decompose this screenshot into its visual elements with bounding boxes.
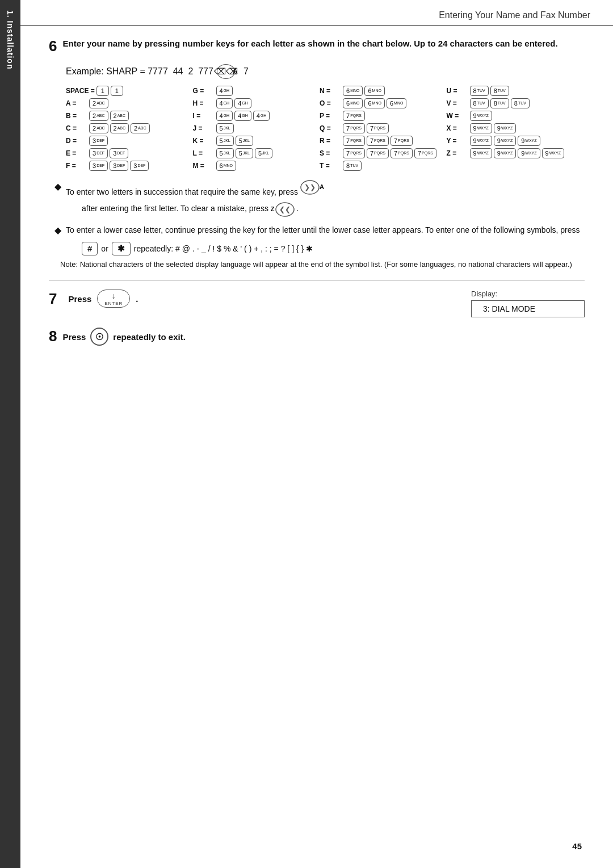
key-btn: 9WXYZ [518,148,540,158]
char-row: V = 8TUV 8TUV 8TUV [447,98,568,108]
key-btn: 8TUV [490,86,509,96]
key-btn: 3DEF [130,161,149,171]
char-label: H = [193,99,215,107]
divider [49,280,585,280]
char-row: I = 4GH 4GH 4GH [193,111,314,121]
char-label: X = [447,124,468,132]
char-label: G = [193,87,215,95]
note-text: Note: National characters of the selecte… [60,260,572,269]
char-row [447,161,568,171]
svg-text:❮❮: ❮❮ [279,206,291,213]
key-btn: 8TUV [343,161,362,171]
enter-btn-arrow: ↓ [112,291,116,300]
char-row: L = 5JKL 5JKL 5JKL [193,148,314,158]
char-label: I = [193,112,215,120]
key-btn: 4GH [253,111,270,121]
page-number: 45 [572,841,582,851]
arrow-letter: A [233,68,238,76]
step8-number: 8 [49,328,57,345]
key-btn: 7PQRS [343,123,365,133]
char-row: W = 9WXYZ [447,111,568,121]
key-btn: 9WXYZ [494,148,516,158]
key-btn: 5JKL [236,148,253,158]
char-row: Y = 9WXYZ 9WXYZ 9WXYZ [447,136,568,146]
key-btn: 7PQRS [367,148,389,158]
key-btn: 7PQRS [414,148,436,158]
step8-content: Press ☉ repeatedly to exit. [62,328,185,346]
key-btn: 9WXYZ [542,148,564,158]
key-btn: 8TUV [470,98,489,108]
key-btn: 7PQRS [343,111,365,121]
char-row: D = 3DEF [66,136,187,146]
char-label: R = [320,137,341,145]
char-label: O = [320,99,341,107]
key-btn: 7PQRS [391,148,413,158]
char-label: K = [193,137,215,145]
key-btn: 9WXYZ [470,148,492,158]
key-btn: 6MNO [364,86,384,96]
char-row: T = 8TUV [320,161,441,171]
enter-btn-label: ENTER [104,301,123,306]
step7-number: 7 [49,290,57,308]
char-row: S = 7PQRS 7PQRS 7PQRS 7PQRS [320,148,441,158]
char-label: D = [66,137,87,145]
forward-arrow-inline[interactable]: ❯❯ A [300,180,324,195]
step6-number: 6 [49,37,57,55]
char-label: Z = [447,149,468,157]
char-label: V = [447,99,468,107]
key-btn: 3DEF [89,161,108,171]
key-btn: 7PQRS [343,148,365,158]
key-btn: 7PQRS [367,136,389,146]
step6-block: 6 Enter your name by pressing number key… [49,37,585,55]
step7-right: Display: 3: DIAL MODE [471,290,585,317]
enter-button[interactable]: ↓ ENTER [97,290,130,308]
hash-key-btn[interactable]: # [82,242,98,256]
svg-text:❯❯: ❯❯ [304,183,316,191]
key-btn: 5JKL [236,136,253,146]
key-btn: 4GH [216,111,233,121]
key-btn: 2ABC [89,98,108,108]
back-arrow-group[interactable]: Z ❮❮ [271,202,295,217]
step8-press: Press [62,332,86,342]
char-label: J = [193,124,215,132]
step7-press-label: Press [68,294,91,304]
bullet2-diamond: ◆ [54,225,61,236]
char-row: R = 7PQRS 7PQRS 7PQRS [320,136,441,146]
char-row: H = 4GH 4GH [193,98,314,108]
char-label: B = [66,112,87,120]
key-btn: 3DEF [89,136,108,146]
key-btn: 4GH [216,98,233,108]
example-line: Example: SHARP = 7777 44 2 777 ⌫⌫ A 7 [66,64,585,79]
key-btn: 9WXYZ [494,136,516,146]
char-row: J = 5JKL [193,123,314,133]
key-btn: 1 [96,86,109,96]
char-row: E = 3DEF 3DEF [66,148,187,158]
char-label: U = [447,87,468,95]
char-row: G = 4GH [193,86,314,96]
key-btn: 2ABC [89,123,108,133]
step8-block: 8 Press ☉ repeatedly to exit. [49,328,585,346]
char-table: SPACE = 1 1 G = 4GH N = 6MNO 6MNO U = 8T… [66,86,568,171]
key-btn: 2ABC [110,123,129,133]
star-key-btn[interactable]: ✱ [112,242,131,256]
main-content: Entering Your Name and Fax Number 6 Ente… [20,0,613,868]
char-label: S = [320,149,341,157]
char-row: Z = 9WXYZ 9WXYZ 9WXYZ 9WXYZ [447,148,568,158]
circle-button[interactable]: ☉ [90,328,108,346]
note-block: Note: National characters of the selecte… [60,259,585,271]
key-btn: 8TUV [511,98,530,108]
step8-suffix: repeatedly to exit. [113,332,186,342]
key-btn: 2ABC [131,123,150,133]
key-btn: 4GH [234,111,251,121]
char-row: SPACE = 1 1 [66,86,187,96]
char-row: N = 6MNO 6MNO [320,86,441,96]
key-btn: 5JKL [216,148,234,158]
forward-arrow-btn[interactable]: ⌫⌫ A [217,64,238,79]
display-label: Display: [471,290,585,298]
key-btn: 6MNO [343,98,363,108]
key-btn: 9WXYZ [494,123,516,133]
key-btn: 9WXYZ [470,123,492,133]
char-label: N = [320,87,341,95]
or-text: or [101,244,108,253]
key-btn: 9WXYZ [518,136,540,146]
